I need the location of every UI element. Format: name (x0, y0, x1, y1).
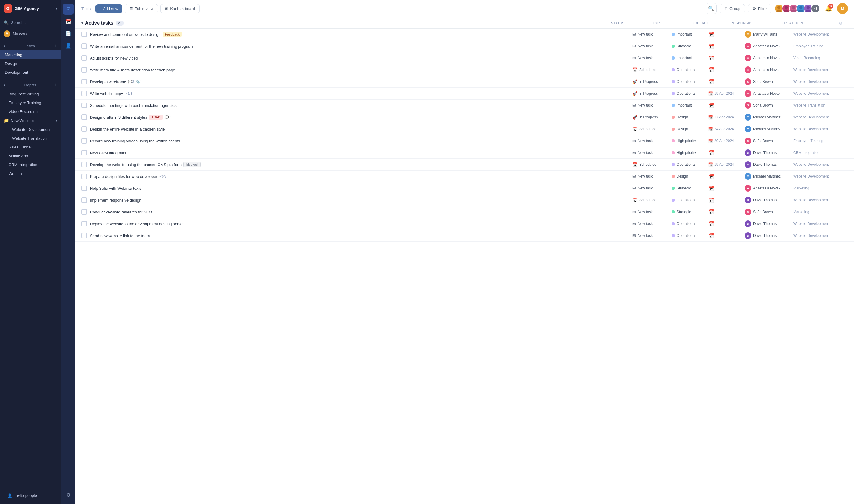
table-row[interactable]: Prepare design files for web developer✓0… (75, 170, 854, 182)
add-new-button[interactable]: + Add new (95, 4, 122, 13)
table-row[interactable]: Implement responsive design 📅 Scheduled … (75, 194, 854, 206)
sidebar-header[interactable]: G GIM Agency ▾ (0, 0, 61, 17)
task-checkbox[interactable] (82, 197, 87, 203)
table-row[interactable]: Record new training videos using the wri… (75, 135, 854, 147)
table-row[interactable]: Adjust scripts for new video ✉ New task … (75, 52, 854, 64)
nav-tasks-icon[interactable]: ☑ (63, 4, 74, 15)
calendar-icon: 📅 (708, 197, 714, 203)
task-checkbox[interactable] (82, 150, 87, 156)
search-bar[interactable]: 🔍 Search... (0, 17, 61, 28)
invite-people-button[interactable]: 👤 Invite people (4, 491, 57, 500)
kanban-board-button[interactable]: ⊞ Kanban board (160, 4, 199, 13)
table-row[interactable]: Write meta title & meta description for … (75, 64, 854, 76)
task-type: Strategic (672, 44, 708, 48)
projects-section-header[interactable]: ▾ Projects + (0, 80, 61, 90)
task-checkbox[interactable] (82, 185, 87, 191)
user-avatar[interactable]: M (837, 3, 848, 14)
task-status: ✉ New task (632, 174, 672, 179)
table-row[interactable]: Send new website link to the team ✉ New … (75, 230, 854, 242)
table-row[interactable]: Design the entire website in a chosen st… (75, 123, 854, 135)
task-checkbox[interactable] (82, 221, 87, 227)
webinar-label: Webinar (8, 171, 23, 176)
status-icon: ✉ (632, 56, 636, 60)
sidebar-item-website-translation[interactable]: Website Translation (0, 134, 61, 143)
task-status: ✉ New task (632, 233, 672, 238)
projects-add-button[interactable]: + (54, 82, 57, 88)
task-checkbox[interactable] (82, 79, 87, 85)
task-created-in: Website Development (793, 68, 848, 72)
task-checkbox[interactable] (82, 174, 87, 179)
sidebar-item-new-website[interactable]: 📁 New Website ▾ (0, 116, 61, 125)
section-toggle-button[interactable]: ▾ (82, 21, 83, 25)
sidebar-item-webinar[interactable]: Webinar (0, 169, 61, 178)
search-button[interactable]: 🔍 (706, 3, 717, 14)
notifications-button[interactable]: 🔔 12 (823, 3, 834, 14)
task-checkbox[interactable] (82, 67, 87, 73)
task-checkbox[interactable] (82, 43, 87, 49)
development-label: Development (5, 70, 28, 75)
table-row[interactable]: Deploy the website to the development ho… (75, 218, 854, 230)
status-label: Scheduled (639, 198, 657, 202)
type-label: High priority (677, 150, 696, 155)
type-dot (672, 175, 675, 178)
group-label: Group (729, 6, 740, 11)
sidebar-item-design[interactable]: Design (0, 59, 61, 68)
task-due: 📅20 Apr 2024 (708, 139, 745, 143)
crm-integration-label: CRM Integration (8, 162, 37, 167)
task-created-in: Website Development (793, 79, 848, 84)
table-row[interactable]: Schedule meetings with best translation … (75, 100, 854, 111)
filter-button[interactable]: ⚙ Filter (748, 4, 771, 13)
my-work-item[interactable]: M My work (0, 28, 61, 39)
task-responsible: S Sofia Brown (745, 78, 793, 85)
sidebar-item-development[interactable]: Development (0, 68, 61, 77)
table-row[interactable]: Write website copy✓1/3 🚀 In Progress Ope… (75, 88, 854, 100)
sidebar-item-blog-post-writing[interactable]: Blog Post Writing (0, 90, 61, 98)
group-button[interactable]: ⊞ Group (720, 4, 745, 13)
sidebar-item-mobile-app[interactable]: Mobile App (0, 151, 61, 160)
teams-section-header[interactable]: ▾ Teams + (0, 41, 61, 50)
table-row[interactable]: Design drafts in 3 different stylesASAP💬… (75, 111, 854, 123)
sidebar-item-employee-training[interactable]: Employee Training (0, 98, 61, 107)
task-checkbox[interactable] (82, 55, 87, 61)
task-status: 📅 Scheduled (632, 198, 672, 202)
task-responsible: M Michael Martinez (745, 114, 793, 121)
task-checkbox[interactable] (82, 126, 87, 132)
type-label: Important (677, 56, 692, 60)
sidebar-item-video-recording[interactable]: Video Recording (0, 107, 61, 116)
task-checkbox[interactable] (82, 138, 87, 144)
task-checkbox[interactable] (82, 162, 87, 167)
table-row[interactable]: Write an email announcement for the new … (75, 40, 854, 52)
task-name: Design the entire website in a chosen st… (90, 127, 632, 131)
table-view-label: Table view (135, 6, 153, 11)
responsible-name: David Thomas (753, 198, 777, 202)
task-checkbox[interactable] (82, 103, 87, 108)
task-checkbox[interactable] (82, 91, 87, 96)
sidebar-item-crm-integration[interactable]: CRM Integration (0, 160, 61, 169)
nav-docs-icon[interactable]: 📄 (63, 28, 74, 39)
sidebar-item-website-development[interactable]: Website Development (0, 125, 61, 134)
table-row[interactable]: Develop the website using the chosen CMS… (75, 159, 854, 170)
nav-settings-icon[interactable]: ⚙ (63, 489, 74, 500)
table-row[interactable]: Help Sofia with Webinar texts ✉ New task… (75, 182, 854, 194)
task-attachments: 📎1 (136, 80, 142, 84)
task-name: Schedule meetings with best translation … (90, 103, 632, 108)
table-row[interactable]: Develop a wireframe💬3📎1 🚀 In Progress Op… (75, 76, 854, 88)
nav-people-icon[interactable]: 👤 (63, 40, 74, 51)
avatar-more[interactable]: +3 (811, 4, 820, 13)
nav-calendar-icon[interactable]: 📅 (63, 16, 74, 27)
sidebar-item-sales-funnel[interactable]: Sales Funnel (0, 143, 61, 151)
type-label: Important (677, 32, 692, 36)
task-checkbox[interactable] (82, 209, 87, 215)
task-checkbox[interactable] (82, 114, 87, 120)
responsible-avatar: M (745, 126, 751, 132)
table-row[interactable]: Review and comment on website designFeed… (75, 29, 854, 40)
task-checkbox[interactable] (82, 32, 87, 37)
table-row[interactable]: New CRM integration ✉ New task High prio… (75, 147, 854, 159)
teams-add-button[interactable]: + (54, 43, 57, 49)
projects-label: Projects (24, 83, 36, 87)
avatar-group: +3 (774, 4, 820, 13)
sidebar-item-marketing[interactable]: Marketing (0, 50, 61, 59)
table-row[interactable]: Conduct keyword research for SEO ✉ New t… (75, 206, 854, 218)
task-checkbox[interactable] (82, 233, 87, 238)
table-view-button[interactable]: ☰ Table view (125, 4, 158, 13)
